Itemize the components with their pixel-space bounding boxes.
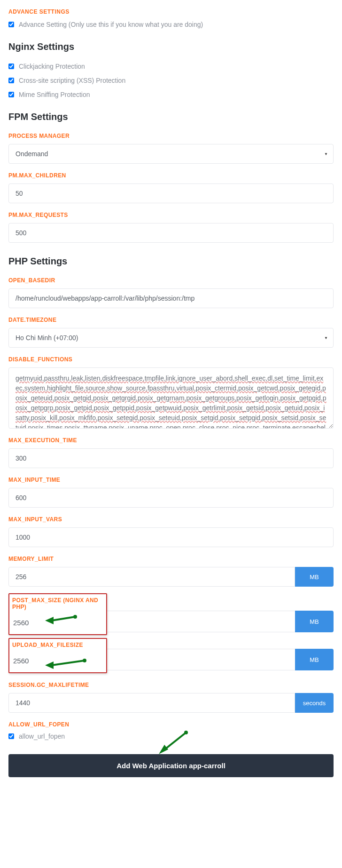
timezone-label: DATE.TIMEZONE [8,317,334,323]
mime-row[interactable]: Mime Sniffing Protection [8,91,334,98]
advance-setting-checkbox[interactable] [8,22,14,27]
pm-max-requests-input[interactable] [8,223,334,243]
mime-checkbox[interactable] [8,92,14,97]
post-max-size-label: POST_MAX_SIZE (NGINX AND PHP) [12,597,102,610]
clickjacking-checkbox[interactable] [8,64,14,69]
max-input-time-label: MAX_INPUT_TIME [8,477,334,483]
mime-label: Mime Sniffing Protection [19,91,90,98]
advance-settings-heading: ADVANCE SETTINGS [8,8,334,15]
max-execution-time-label: MAX_EXECUTION_TIME [8,437,334,444]
advance-setting-checkbox-row[interactable]: Advance Setting (Only use this if you kn… [8,21,334,28]
post-max-size-highlight: POST_MAX_SIZE (NGINX AND PHP) [8,593,107,635]
allow-url-fopen-checkbox[interactable] [8,733,14,739]
max-input-vars-input[interactable] [8,527,334,547]
timezone-select[interactable]: Ho Chi Minh (+07:00) [8,328,334,348]
open-basedir-input[interactable] [8,288,334,308]
upload-max-filesize-highlight: UPLOAD_MAX_FILESIZE [8,638,107,673]
max-input-vars-label: MAX_INPUT_VARS [8,516,334,523]
open-basedir-label: OPEN_BASEDIR [8,277,334,284]
max-execution-time-input[interactable] [8,448,334,468]
session-gc-input[interactable] [8,693,295,713]
pm-max-children-input[interactable] [8,183,334,203]
pm-max-children-label: PM.MAX_CHILDREN [8,172,334,179]
disable-functions-textarea[interactable]: getmyuid,passthru,leak,listen,diskfreesp… [8,367,334,429]
advance-setting-label: Advance Setting (Only use this if you kn… [19,21,203,28]
disable-functions-label: DISABLE_FUNCTIONS [8,356,334,363]
seconds-suffix: seconds [295,693,334,713]
clickjacking-row[interactable]: Clickjacking Protection [8,63,334,70]
php-settings-heading: PHP Settings [8,256,334,267]
mb-suffix: MB [295,567,334,587]
process-manager-select[interactable]: Ondemand [8,144,334,164]
upload-max-filesize-label: UPLOAD_MAX_FILESIZE [12,642,102,648]
mb-suffix: MB [295,649,334,670]
xss-row[interactable]: Cross-site scripting (XSS) Protection [8,77,334,84]
process-manager-label: PROCESS MANAGER [8,133,334,139]
max-input-time-input[interactable] [8,488,334,508]
post-max-size-input[interactable] [12,614,102,631]
allow-url-fopen-checkbox-label: allow_url_fopen [19,733,65,740]
clickjacking-label: Clickjacking Protection [19,63,85,70]
session-gc-label: SESSION.GC_MAXLIFETIME [8,682,334,688]
memory-limit-input[interactable] [8,567,295,587]
xss-checkbox[interactable] [8,78,14,83]
fpm-settings-heading: FPM Settings [8,111,334,122]
memory-limit-label: MEMORY_LIMIT [8,556,334,562]
nginx-settings-heading: Nginx Settings [8,41,334,52]
mb-suffix: MB [295,611,334,632]
pm-max-requests-label: PM.MAX_REQUESTS [8,212,334,218]
allow-url-fopen-row[interactable]: allow_url_fopen [8,733,334,740]
add-web-application-button[interactable]: Add Web Application app-carroll [8,754,334,777]
xss-label: Cross-site scripting (XSS) Protection [19,77,125,84]
svg-marker-8 [159,745,168,754]
upload-max-filesize-input[interactable] [12,652,102,669]
allow-url-fopen-label: ALLOW_URL_FOPEN [8,721,334,728]
